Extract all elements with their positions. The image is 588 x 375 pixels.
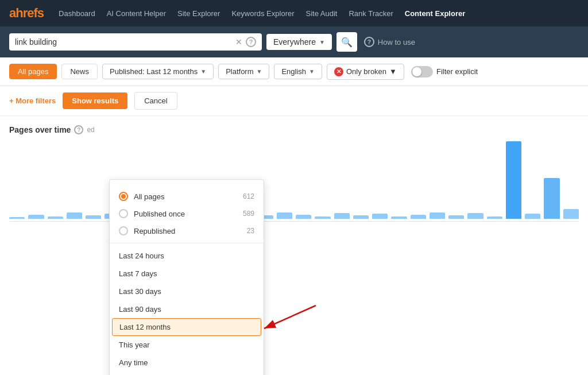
filter-explicit-toggle[interactable] xyxy=(411,66,433,78)
bar-chart xyxy=(9,141,579,222)
bar-item xyxy=(525,214,540,219)
radio-published-once-count: 589 xyxy=(243,210,254,218)
dropdown-radio-published-once[interactable]: Published once 589 xyxy=(110,205,264,222)
more-filters-button[interactable]: + More filters xyxy=(9,96,56,105)
radio-published-once-indicator xyxy=(119,209,128,218)
top-nav: ahrefs Dashboard AI Content Helper Site … xyxy=(0,0,588,26)
more-filters-label: + More filters xyxy=(9,96,56,105)
bar-item xyxy=(430,212,445,219)
platform-filter-label: Platform xyxy=(226,67,253,76)
radio-dot xyxy=(121,194,126,199)
search-help-icon[interactable]: ? xyxy=(246,37,256,47)
broken-filter-button[interactable]: ✕ Only broken ▼ xyxy=(327,64,404,80)
location-dropdown-button[interactable]: Everywhere ▼ xyxy=(266,34,332,50)
bar-item xyxy=(353,215,369,219)
bar-item xyxy=(467,213,483,219)
tab-all-pages[interactable]: All pages xyxy=(9,64,57,79)
more-filters-row: + More filters Show results Cancel xyxy=(0,86,588,116)
dropdown-last-24-hours[interactable]: Last 24 hours xyxy=(110,247,264,265)
dropdown-this-year[interactable]: This year xyxy=(110,336,264,354)
tab-news[interactable]: News xyxy=(61,64,98,79)
nav-ai-content-helper[interactable]: AI Content Helper xyxy=(107,9,166,18)
dropdown-menu: All pages 612 Published once 589 Republi… xyxy=(109,179,264,375)
chart-area: Pages over time ? ed All pages 612 Publi… xyxy=(0,116,588,222)
published-filter-label: Published: Last 12 months xyxy=(110,67,198,76)
chart-subtitle: ed xyxy=(87,126,94,134)
bar-item xyxy=(448,215,464,219)
bar-item xyxy=(277,212,292,219)
radio-republished-count: 23 xyxy=(247,227,254,235)
toggle-knob xyxy=(412,67,421,76)
bar-item xyxy=(315,217,330,219)
bar-item xyxy=(334,213,350,219)
platform-chevron-icon: ▼ xyxy=(257,68,262,75)
svg-line-1 xyxy=(264,306,316,328)
english-filter-label: English xyxy=(281,67,306,76)
broken-chevron-icon: ▼ xyxy=(389,67,397,76)
radio-all-pages-indicator xyxy=(119,192,128,201)
filter-explicit-toggle-wrap: Filter explicit xyxy=(411,66,478,78)
nav-rank-tracker[interactable]: Rank Tracker xyxy=(349,9,393,18)
dropdown-time-section: Last 24 hours Last 7 days Last 30 days L… xyxy=(110,243,264,375)
dropdown-radio-republished[interactable]: Republished 23 xyxy=(110,222,264,239)
bar-item xyxy=(67,212,82,219)
broken-filter-label: Only broken xyxy=(346,67,386,76)
bar-item xyxy=(296,215,311,219)
dropdown-last-90-days[interactable]: Last 90 days xyxy=(110,300,264,318)
bar-item xyxy=(487,217,502,219)
nav-keywords-explorer[interactable]: Keywords Explorer xyxy=(231,9,294,18)
published-chevron-icon: ▼ xyxy=(200,68,206,75)
bar-item xyxy=(86,215,101,219)
show-results-button[interactable]: Show results xyxy=(63,92,127,109)
platform-filter-button[interactable]: Platform ▼ xyxy=(218,64,269,79)
nav-site-audit[interactable]: Site Audit xyxy=(306,9,338,18)
dropdown-radio-section: All pages 612 Published once 589 Republi… xyxy=(110,184,264,243)
radio-all-pages-label: All pages xyxy=(134,192,164,201)
search-input[interactable] xyxy=(15,37,232,47)
location-chevron-icon: ▼ xyxy=(319,39,325,45)
filter-explicit-label: Filter explicit xyxy=(436,67,478,76)
bar-item xyxy=(28,215,44,219)
search-icon: 🔍 xyxy=(341,37,353,48)
chart-info-icon[interactable]: ? xyxy=(74,125,83,134)
bar-item xyxy=(563,209,579,219)
radio-published-once-label: Published once xyxy=(134,210,185,218)
bar-item xyxy=(372,214,388,219)
bar-item xyxy=(48,217,63,219)
english-chevron-icon: ▼ xyxy=(309,68,315,75)
bar-item xyxy=(506,141,521,219)
dropdown-any-time[interactable]: Any time xyxy=(110,354,264,372)
dropdown-last-12-months[interactable]: Last 12 months xyxy=(112,318,261,336)
dropdown-radio-all-pages[interactable]: All pages 612 xyxy=(110,188,264,205)
broken-x-icon: ✕ xyxy=(334,67,343,76)
search-input-wrap: ✕ ? xyxy=(9,33,262,51)
english-filter-button[interactable]: English ▼ xyxy=(274,64,322,79)
dropdown-last-30-days[interactable]: Last 30 days xyxy=(110,283,264,300)
bar-item xyxy=(411,215,426,219)
nav-dashboard[interactable]: Dashboard xyxy=(59,9,95,18)
chart-title: Pages over time xyxy=(9,125,71,134)
published-filter-button[interactable]: Published: Last 12 months ▼ xyxy=(102,64,214,79)
search-go-button[interactable]: 🔍 xyxy=(336,32,357,52)
dropdown-last-7-days[interactable]: Last 7 days xyxy=(110,265,264,283)
search-bar: ✕ ? Everywhere ▼ 🔍 ? How to use xyxy=(0,26,588,57)
clear-search-icon[interactable]: ✕ xyxy=(235,37,242,47)
how-to-use-icon: ? xyxy=(364,37,374,47)
radio-all-pages-count: 612 xyxy=(243,192,254,200)
logo[interactable]: ahrefs xyxy=(9,6,44,21)
radio-republished-indicator xyxy=(119,226,128,235)
filter-bar: All pages News Published: Last 12 months… xyxy=(0,57,588,86)
radio-republished-label: Republished xyxy=(134,227,175,235)
bar-item xyxy=(391,217,407,219)
cancel-button[interactable]: Cancel xyxy=(134,92,177,110)
location-label: Everywhere xyxy=(273,37,316,47)
how-to-use-link[interactable]: ? How to use xyxy=(364,37,415,47)
nav-site-explorer[interactable]: Site Explorer xyxy=(177,9,220,18)
chart-title-row: Pages over time ? ed xyxy=(9,125,579,134)
bar-item xyxy=(544,178,559,219)
nav-content-explorer[interactable]: Content Explorer xyxy=(405,9,465,18)
bar-item xyxy=(9,217,25,219)
how-to-use-label: How to use xyxy=(378,38,415,47)
